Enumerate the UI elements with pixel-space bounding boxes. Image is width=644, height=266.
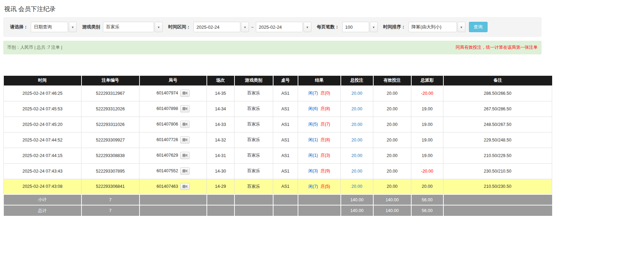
cell-game-type: 百家乐 (234, 148, 273, 163)
cell-time: 2025-02-24 07:43:08 (4, 179, 81, 194)
date-from-value[interactable]: 2025-02-24 (193, 22, 240, 32)
empty-cell (273, 194, 298, 205)
summary-bar: 币别：人民币 | 总共 :7 注单 | 同局有效投注，统一计算在该局第一张注单 (3, 41, 541, 54)
empty-cell (443, 205, 552, 216)
round-number: 601407898 (156, 106, 178, 111)
page: 视讯 会员下注纪录 请选择： 日期查询 ▾ 游戏类别 百家乐 ▾ 时间区间： 2… (0, 0, 552, 216)
header-time: 时间 (4, 76, 81, 85)
video-camera-icon (182, 138, 188, 142)
cell-valid-bet: 20.00 (373, 85, 411, 101)
cell-game-type: 百家乐 (234, 132, 273, 148)
game-type-select[interactable]: 百家乐 ▾ (103, 22, 163, 32)
sort-order-value[interactable]: 降冪(由大到小) (408, 22, 457, 32)
table-row: 2025-02-24 07:46:25 522293312967 6014079… (4, 85, 552, 101)
video-replay-button[interactable] (180, 105, 190, 112)
total-bet-link[interactable]: 20.00 (352, 122, 362, 127)
total-bet-link[interactable]: 20.00 (352, 91, 362, 96)
chevron-down-icon[interactable]: ▾ (155, 22, 163, 32)
total-bet-link[interactable]: 20.00 (352, 169, 362, 174)
per-page-value[interactable]: 100 (342, 22, 369, 32)
cell-time: 2025-02-24 07:45:53 (4, 101, 81, 117)
cell-note: 286.50/266.50 (443, 85, 552, 101)
header-total-bet: 总投注 (341, 76, 373, 85)
cell-table-no: AS1 (273, 117, 298, 132)
table-row: 2025-02-24 07:45:53 522293312026 6014078… (4, 101, 552, 117)
cell-table-no: AS1 (273, 85, 298, 101)
game-type-label: 游戏类别 (82, 24, 100, 30)
chevron-down-icon[interactable]: ▾ (241, 22, 249, 32)
cell-session: 14-30 (207, 163, 234, 179)
cell-time: 2025-02-24 07:43:43 (4, 163, 81, 179)
cell-payout: 19.00 (411, 132, 443, 148)
result-banker: 庄(3) (320, 153, 330, 158)
round-number: 601407552 (156, 168, 178, 173)
cell-round: 601407898 (140, 101, 207, 117)
cell-valid-bet: 20.00 (373, 163, 411, 179)
total-bet-link[interactable]: 20.00 (352, 107, 362, 111)
header-valid-bet: 有效投注 (373, 76, 411, 85)
payout-value: -20.00 (421, 91, 433, 96)
cell-session: 14-35 (207, 85, 234, 101)
result-banker: 庄(8) (320, 106, 330, 111)
video-replay-button[interactable] (180, 121, 190, 128)
video-replay-button[interactable] (180, 152, 190, 159)
cell-total-bet: 20.00 (341, 132, 373, 148)
sort-order-select[interactable]: 降冪(由大到小) ▾ (408, 22, 465, 32)
chevron-down-icon[interactable]: ▾ (458, 22, 465, 32)
video-replay-button[interactable] (180, 167, 190, 174)
header-result: 结果 (298, 76, 341, 85)
cell-note: 210.50/229.50 (443, 148, 552, 163)
query-type-value[interactable]: 日期查询 (31, 22, 68, 32)
cell-table-no: AS1 (273, 101, 298, 117)
empty-cell (298, 205, 341, 216)
cell-result: 闲(3) 庄(9) (298, 163, 341, 179)
table-header-row: 时间 注单编号 局号 场次 游戏类别 桌号 结果 总投注 有效投注 总派彩 备注 (4, 76, 552, 85)
video-replay-button[interactable] (180, 90, 190, 97)
per-page-select[interactable]: 100 ▾ (342, 22, 378, 32)
empty-cell (298, 194, 341, 205)
result-player: 闲(6) (308, 106, 318, 111)
cell-game-type: 百家乐 (234, 179, 273, 194)
cell-result: 闲(5) 庄(7) (298, 117, 341, 132)
cell-bet-id: 522293306841 (81, 179, 140, 194)
header-note: 备注 (443, 76, 552, 85)
cell-note: 210.50/230.50 (443, 179, 552, 194)
spacer (3, 54, 552, 76)
cell-round: 601407463 (140, 179, 207, 194)
cell-valid-bet: 20.00 (373, 101, 411, 117)
cell-note: 248.50/267.50 (443, 117, 552, 132)
cell-note: 229.50/248.50 (443, 132, 552, 148)
query-type-select[interactable]: 日期查询 ▾ (31, 22, 77, 32)
total-bet-link[interactable]: 20.00 (352, 138, 362, 143)
round-number: 601407726 (156, 137, 178, 142)
video-replay-button[interactable] (180, 136, 190, 143)
cell-session: 14-32 (207, 132, 234, 148)
cell-game-type: 百家乐 (234, 117, 273, 132)
result-player: 闲(7) (308, 184, 318, 189)
cell-valid-bet: 20.00 (373, 179, 411, 194)
sort-order-label: 时间排序： (383, 24, 406, 30)
date-from-select[interactable]: 2025-02-24 ▾ (193, 22, 249, 32)
round-number: 601407974 (156, 91, 178, 95)
total-bet-link[interactable]: 20.00 (352, 184, 362, 189)
query-type-label: 请选择： (10, 24, 28, 30)
cell-total-bet: 20.00 (341, 179, 373, 194)
total-bet-link[interactable]: 20.00 (352, 153, 362, 158)
game-type-value[interactable]: 百家乐 (103, 22, 154, 32)
payout-value: 20.00 (422, 184, 432, 189)
cell-note: 267.50/286.50 (443, 101, 552, 117)
cell-bet-id: 522293311026 (81, 117, 140, 132)
cell-round: 601407974 (140, 85, 207, 101)
date-to-value[interactable]: 2025-02-24 (256, 22, 303, 32)
result-player: 闲(5) (308, 122, 318, 127)
date-to-select[interactable]: 2025-02-24 ▾ (256, 22, 311, 32)
chevron-down-icon[interactable]: ▾ (304, 22, 311, 32)
search-button[interactable]: 查询 (469, 22, 488, 32)
video-replay-button[interactable] (180, 183, 190, 190)
chevron-down-icon[interactable]: ▾ (69, 22, 77, 32)
empty-cell (207, 194, 234, 205)
valid-bet-notice-text: 同局有效投注，统一计算在该局第一张注单 (456, 45, 538, 51)
result-banker: 庄(8) (320, 137, 330, 142)
chevron-down-icon[interactable]: ▾ (370, 22, 378, 32)
video-camera-icon (182, 153, 188, 157)
